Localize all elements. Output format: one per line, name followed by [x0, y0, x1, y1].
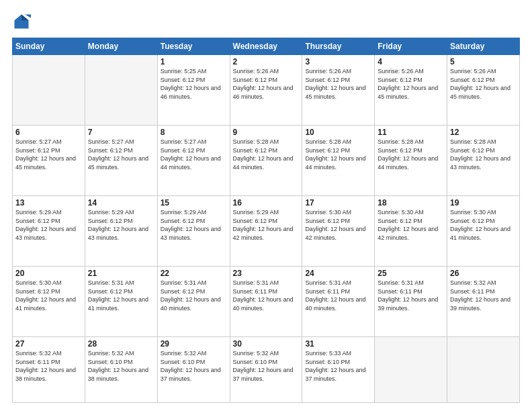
week-row-3: 13Sunrise: 5:29 AMSunset: 6:12 PMDayligh…	[13, 196, 520, 267]
day-info: Sunrise: 5:27 AMSunset: 6:12 PMDaylight:…	[15, 138, 82, 171]
day-info: Sunrise: 5:26 AMSunset: 6:12 PMDaylight:…	[378, 67, 444, 101]
calendar-cell: 12Sunrise: 5:28 AMSunset: 6:12 PMDayligh…	[447, 126, 520, 196]
day-number: 10	[305, 128, 371, 137]
day-info: Sunrise: 5:26 AMSunset: 6:12 PMDaylight:…	[233, 67, 300, 101]
calendar-cell: 11Sunrise: 5:28 AMSunset: 6:12 PMDayligh…	[375, 126, 447, 196]
day-number: 12	[450, 128, 517, 137]
day-header-saturday: Saturday	[447, 38, 520, 55]
day-info: Sunrise: 5:28 AMSunset: 6:12 PMDaylight:…	[305, 138, 371, 171]
calendar-cell: 9Sunrise: 5:28 AMSunset: 6:12 PMDaylight…	[230, 126, 302, 196]
day-info: Sunrise: 5:29 AMSunset: 6:12 PMDaylight:…	[161, 208, 227, 242]
calendar-cell: 22Sunrise: 5:31 AMSunset: 6:12 PMDayligh…	[157, 267, 230, 337]
day-info: Sunrise: 5:30 AMSunset: 6:12 PMDaylight:…	[450, 208, 517, 242]
calendar-cell: 10Sunrise: 5:28 AMSunset: 6:12 PMDayligh…	[302, 126, 375, 196]
page: SundayMondayTuesdayWednesdayThursdayFrid…	[0, 0, 532, 411]
calendar-cell: 18Sunrise: 5:30 AMSunset: 6:12 PMDayligh…	[375, 196, 447, 267]
calendar-cell: 2Sunrise: 5:26 AMSunset: 6:12 PMDaylight…	[230, 55, 302, 126]
day-info: Sunrise: 5:29 AMSunset: 6:12 PMDaylight:…	[88, 208, 154, 242]
calendar-cell: 26Sunrise: 5:32 AMSunset: 6:11 PMDayligh…	[447, 267, 520, 337]
day-number: 14	[88, 198, 154, 208]
svg-marker-2	[25, 15, 31, 18]
day-header-wednesday: Wednesday	[230, 38, 302, 55]
day-info: Sunrise: 5:32 AMSunset: 6:10 PMDaylight:…	[161, 349, 227, 383]
day-number: 11	[378, 128, 444, 137]
day-info: Sunrise: 5:28 AMSunset: 6:12 PMDaylight:…	[233, 138, 300, 171]
day-info: Sunrise: 5:31 AMSunset: 6:12 PMDaylight:…	[161, 279, 227, 312]
calendar-header-row: SundayMondayTuesdayWednesdayThursdayFrid…	[13, 38, 520, 55]
day-info: Sunrise: 5:26 AMSunset: 6:12 PMDaylight:…	[305, 67, 371, 101]
week-row-1: 1Sunrise: 5:25 AMSunset: 6:12 PMDaylight…	[13, 55, 520, 126]
day-number: 29	[161, 339, 227, 349]
day-number: 20	[15, 269, 82, 278]
day-info: Sunrise: 5:30 AMSunset: 6:12 PMDaylight:…	[15, 279, 82, 312]
calendar-cell: 28Sunrise: 5:32 AMSunset: 6:10 PMDayligh…	[85, 337, 157, 403]
day-info: Sunrise: 5:30 AMSunset: 6:12 PMDaylight:…	[305, 208, 371, 242]
day-info: Sunrise: 5:28 AMSunset: 6:12 PMDaylight:…	[450, 138, 517, 171]
day-info: Sunrise: 5:32 AMSunset: 6:10 PMDaylight:…	[88, 349, 154, 383]
day-info: Sunrise: 5:32 AMSunset: 6:11 PMDaylight:…	[450, 279, 517, 312]
day-number: 31	[305, 339, 371, 349]
header	[12, 12, 520, 31]
day-number: 23	[233, 269, 300, 278]
day-info: Sunrise: 5:31 AMSunset: 6:11 PMDaylight:…	[233, 279, 300, 312]
day-number: 4	[378, 57, 444, 66]
calendar-cell: 5Sunrise: 5:26 AMSunset: 6:12 PMDaylight…	[447, 55, 520, 126]
calendar-cell: 15Sunrise: 5:29 AMSunset: 6:12 PMDayligh…	[157, 196, 230, 267]
day-number: 21	[88, 269, 154, 278]
calendar-cell: 8Sunrise: 5:27 AMSunset: 6:12 PMDaylight…	[157, 126, 230, 196]
calendar-cell: 14Sunrise: 5:29 AMSunset: 6:12 PMDayligh…	[85, 196, 157, 267]
calendar-cell	[13, 55, 85, 126]
day-info: Sunrise: 5:29 AMSunset: 6:12 PMDaylight:…	[15, 208, 82, 242]
day-info: Sunrise: 5:30 AMSunset: 6:12 PMDaylight:…	[378, 208, 444, 242]
day-header-tuesday: Tuesday	[157, 38, 230, 55]
calendar-cell: 23Sunrise: 5:31 AMSunset: 6:11 PMDayligh…	[230, 267, 302, 337]
logo	[12, 12, 34, 31]
day-info: Sunrise: 5:31 AMSunset: 6:12 PMDaylight:…	[88, 279, 154, 312]
calendar-cell: 17Sunrise: 5:30 AMSunset: 6:12 PMDayligh…	[302, 196, 375, 267]
calendar-cell: 30Sunrise: 5:32 AMSunset: 6:10 PMDayligh…	[230, 337, 302, 403]
day-number: 3	[305, 57, 371, 66]
day-header-thursday: Thursday	[302, 38, 375, 55]
day-number: 5	[450, 57, 517, 66]
day-info: Sunrise: 5:27 AMSunset: 6:12 PMDaylight:…	[161, 138, 227, 171]
day-number: 18	[378, 198, 444, 208]
day-number: 9	[233, 128, 300, 137]
week-row-5: 27Sunrise: 5:32 AMSunset: 6:11 PMDayligh…	[13, 337, 520, 403]
day-header-friday: Friday	[375, 38, 447, 55]
day-number: 22	[161, 269, 227, 278]
week-row-4: 20Sunrise: 5:30 AMSunset: 6:12 PMDayligh…	[13, 267, 520, 337]
day-info: Sunrise: 5:27 AMSunset: 6:12 PMDaylight:…	[88, 138, 154, 171]
calendar-cell: 3Sunrise: 5:26 AMSunset: 6:12 PMDaylight…	[302, 55, 375, 126]
day-number: 2	[233, 57, 300, 66]
day-number: 28	[88, 339, 154, 349]
calendar-cell: 19Sunrise: 5:30 AMSunset: 6:12 PMDayligh…	[447, 196, 520, 267]
calendar-cell	[447, 337, 520, 403]
day-number: 16	[233, 198, 300, 208]
day-header-sunday: Sunday	[13, 38, 85, 55]
calendar-cell: 16Sunrise: 5:29 AMSunset: 6:12 PMDayligh…	[230, 196, 302, 267]
day-number: 17	[305, 198, 371, 208]
calendar-cell: 27Sunrise: 5:32 AMSunset: 6:11 PMDayligh…	[13, 337, 85, 403]
day-number: 30	[233, 339, 300, 349]
day-info: Sunrise: 5:31 AMSunset: 6:11 PMDaylight:…	[378, 279, 444, 312]
calendar-cell: 31Sunrise: 5:33 AMSunset: 6:10 PMDayligh…	[302, 337, 375, 403]
day-info: Sunrise: 5:25 AMSunset: 6:12 PMDaylight:…	[161, 67, 227, 101]
calendar-cell: 29Sunrise: 5:32 AMSunset: 6:10 PMDayligh…	[157, 337, 230, 403]
day-info: Sunrise: 5:32 AMSunset: 6:10 PMDaylight:…	[233, 349, 300, 383]
calendar-cell: 24Sunrise: 5:31 AMSunset: 6:11 PMDayligh…	[302, 267, 375, 337]
calendar-cell: 6Sunrise: 5:27 AMSunset: 6:12 PMDaylight…	[13, 126, 85, 196]
day-info: Sunrise: 5:32 AMSunset: 6:11 PMDaylight:…	[15, 349, 82, 383]
calendar-cell: 25Sunrise: 5:31 AMSunset: 6:11 PMDayligh…	[375, 267, 447, 337]
day-info: Sunrise: 5:26 AMSunset: 6:12 PMDaylight:…	[450, 67, 517, 101]
day-number: 6	[15, 128, 82, 137]
day-number: 24	[305, 269, 371, 278]
day-info: Sunrise: 5:33 AMSunset: 6:10 PMDaylight:…	[305, 349, 371, 383]
day-info: Sunrise: 5:29 AMSunset: 6:12 PMDaylight:…	[233, 208, 300, 242]
day-number: 25	[378, 269, 444, 278]
week-row-2: 6Sunrise: 5:27 AMSunset: 6:12 PMDaylight…	[13, 126, 520, 196]
day-number: 27	[15, 339, 82, 349]
calendar-cell	[85, 55, 157, 126]
day-number: 15	[161, 198, 227, 208]
calendar-cell: 7Sunrise: 5:27 AMSunset: 6:12 PMDaylight…	[85, 126, 157, 196]
day-number: 19	[450, 198, 517, 208]
